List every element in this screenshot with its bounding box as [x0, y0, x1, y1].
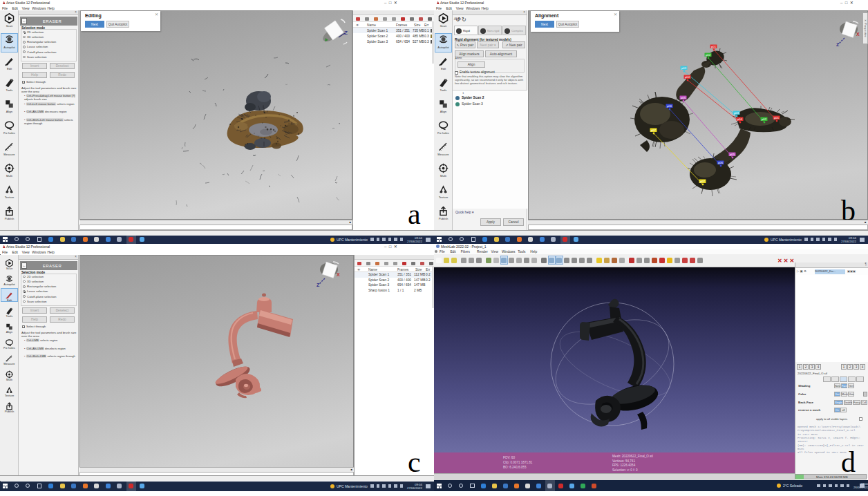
svg-text:p07: p07 [700, 180, 706, 183]
svg-text:p03: p03 [734, 111, 739, 115]
svg-text:Z: Z [836, 42, 840, 46]
svg-text:p01: p01 [711, 45, 717, 48]
svg-text:p02: p02 [762, 117, 767, 121]
svg-text:p06: p06 [718, 161, 724, 164]
svg-text:p05: p05 [681, 96, 686, 99]
svg-text:p07: p07 [651, 128, 657, 132]
svg-text:p03: p03 [681, 66, 687, 70]
svg-text:p06: p06 [667, 104, 672, 108]
svg-text:p04: p04 [737, 117, 743, 121]
svg-text:p05: p05 [730, 153, 735, 156]
svg-text:p04: p04 [685, 75, 690, 79]
svg-text:p02: p02 [706, 53, 711, 57]
svg-text:p01: p01 [774, 116, 780, 120]
svg-text:X: X [856, 32, 860, 37]
